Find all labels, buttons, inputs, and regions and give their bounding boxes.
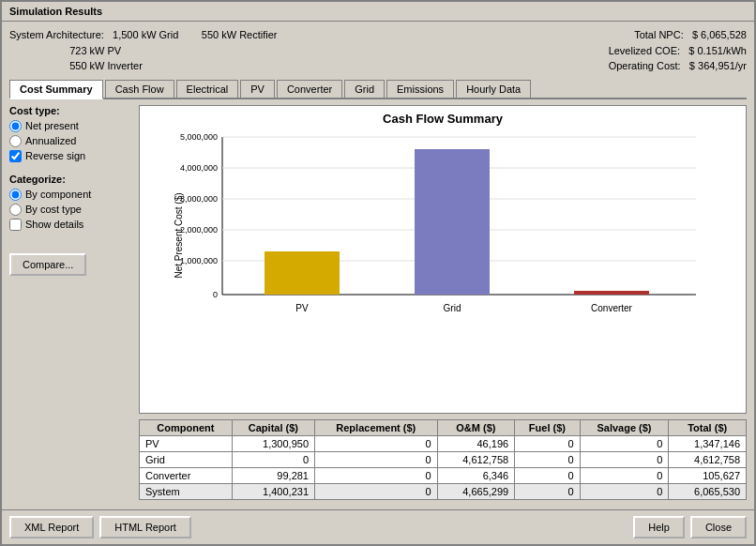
tab-electrical[interactable]: Electrical [176, 80, 239, 98]
cell-3-3: 4,665,299 [437, 484, 515, 500]
cell-3-4: 0 [515, 484, 580, 500]
content-area: System Architecture: 1,500 kW Grid 550 k… [2, 22, 754, 506]
xml-report-button[interactable]: XML Report [9, 516, 94, 538]
y-tick-4m: 4,000,000 [180, 163, 218, 173]
sys-arch-line1: 1,500 kW Grid [113, 29, 178, 40]
table-row: PV1,300,950046,196001,347,146 [140, 436, 747, 452]
col-om: O&M ($) [437, 420, 515, 436]
cell-1-5: 0 [580, 452, 669, 468]
main-window: Simulation Results System Architecture: … [0, 0, 756, 546]
left-buttons: XML Report HTML Report [9, 516, 191, 538]
chart-svg: Net Present Cost ($) 5,000,000 4,000,000 [140, 128, 746, 325]
cost-type-title: Cost type: [9, 105, 131, 116]
radio-by-component-text: By component [25, 189, 91, 200]
window-title: Simulation Results [9, 6, 102, 17]
radio-net-present-label[interactable]: Net present [9, 120, 131, 132]
categorize-group: By component By cost type Show details [9, 189, 131, 231]
y-tick-2m: 2,000,000 [180, 225, 218, 235]
sys-arch-label: System Architecture: [9, 29, 104, 40]
radio-annualized[interactable] [9, 135, 22, 147]
sys-arch-left: System Architecture: 1,500 kW Grid 550 k… [9, 27, 278, 74]
compare-button[interactable]: Compare... [9, 253, 86, 276]
cell-3-0: System [140, 484, 233, 500]
sys-arch-line4: 550 kW Inverter [69, 60, 143, 71]
levelized-coe-label: Levelized COE: [609, 45, 680, 56]
col-fuel: Fuel ($) [515, 420, 580, 436]
cell-1-3: 4,612,758 [437, 452, 515, 468]
col-component: Component [140, 420, 233, 436]
radio-net-present[interactable] [9, 120, 22, 132]
cell-2-1: 99,281 [232, 468, 314, 484]
y-tick-3m: 3,000,000 [180, 194, 218, 204]
operating-cost-value: $ 364,951/yr [689, 60, 747, 71]
y-tick-1m: 1,000,000 [180, 256, 218, 265]
checkbox-reverse-sign[interactable] [9, 150, 22, 162]
cell-2-4: 0 [515, 468, 580, 484]
bar-label-pv: PV [295, 303, 309, 313]
cell-0-1: 1,300,950 [232, 436, 314, 452]
table-body: PV1,300,950046,196001,347,146Grid004,612… [140, 436, 747, 500]
chart-area: Cash Flow Summary Net Present Cost ($) 5… [139, 105, 747, 415]
cell-3-5: 0 [580, 484, 669, 500]
tab-hourly-data[interactable]: Hourly Data [456, 80, 531, 98]
operating-cost-label: Operating Cost: [609, 60, 681, 71]
radio-by-cost-type-label[interactable]: By cost type [9, 204, 131, 216]
right-panel: Cash Flow Summary Net Present Cost ($) 5… [139, 105, 747, 501]
radio-by-cost-type-text: By cost type [25, 204, 82, 215]
tab-bar: Cost Summary Cash Flow Electrical PV Con… [9, 80, 747, 99]
tab-pv[interactable]: PV [240, 80, 275, 98]
bottom-bar: XML Report HTML Report Help Close [2, 509, 754, 544]
levelized-coe-value: $ 0.151/kWh [688, 45, 747, 56]
cell-1-2: 0 [315, 452, 438, 468]
radio-by-component[interactable] [9, 189, 22, 201]
categorize-title: Categorize: [9, 174, 131, 185]
cell-2-6: 105,627 [669, 468, 747, 484]
checkbox-reverse-sign-label[interactable]: Reverse sign [9, 150, 131, 162]
tab-cash-flow[interactable]: Cash Flow [105, 80, 174, 98]
cell-1-6: 4,612,758 [669, 452, 747, 468]
table-area: Component Capital ($) Replacement ($) O&… [139, 419, 747, 500]
system-architecture: System Architecture: 1,500 kW Grid 550 k… [9, 27, 747, 74]
cell-0-0: PV [140, 436, 233, 452]
radio-by-cost-type[interactable] [9, 204, 22, 216]
checkbox-show-details-label[interactable]: Show details [9, 219, 131, 231]
tab-cost-summary[interactable]: Cost Summary [9, 80, 103, 99]
cell-2-3: 6,346 [437, 468, 515, 484]
radio-by-component-label[interactable]: By component [9, 189, 131, 201]
cell-3-2: 0 [315, 484, 438, 500]
radio-annualized-text: Annualized [25, 135, 76, 146]
table-row: Converter99,28106,34600105,627 [140, 468, 747, 484]
sys-arch-line2: 550 kW Rectifier [202, 29, 278, 40]
cell-2-5: 0 [580, 468, 669, 484]
cell-3-1: 1,400,231 [232, 484, 314, 500]
cell-0-2: 0 [315, 436, 438, 452]
checkbox-show-details[interactable] [9, 219, 22, 231]
cell-1-0: Grid [140, 452, 233, 468]
cost-table: Component Capital ($) Replacement ($) O&… [139, 419, 747, 500]
right-buttons: Help Close [633, 516, 747, 538]
y-tick-5m: 5,000,000 [180, 132, 218, 142]
checkbox-show-details-text: Show details [25, 219, 83, 230]
radio-annualized-label[interactable]: Annualized [9, 135, 131, 147]
tab-grid[interactable]: Grid [344, 80, 385, 98]
y-tick-0: 0 [213, 290, 218, 299]
close-button[interactable]: Close [690, 516, 747, 538]
cell-3-6: 6,065,530 [669, 484, 747, 500]
bar-converter [574, 291, 649, 295]
chart-title: Cash Flow Summary [140, 106, 746, 128]
bar-label-converter: Converter [591, 303, 633, 313]
html-report-button[interactable]: HTML Report [99, 516, 191, 538]
table-row: Grid004,612,758004,612,758 [140, 452, 747, 468]
table-row: System1,400,23104,665,299006,065,530 [140, 484, 747, 500]
title-bar: Simulation Results [2, 2, 754, 22]
cell-1-1: 0 [232, 452, 314, 468]
col-capital: Capital ($) [232, 420, 314, 436]
help-button[interactable]: Help [633, 516, 685, 538]
tab-emissions[interactable]: Emissions [386, 80, 454, 98]
sys-arch-line3: 723 kW PV [69, 45, 121, 56]
radio-net-present-text: Net present [25, 120, 79, 131]
col-total: Total ($) [669, 420, 747, 436]
total-npc-label: Total NPC: [634, 29, 684, 40]
tab-converter[interactable]: Converter [277, 80, 342, 98]
bar-label-grid: Grid [444, 303, 461, 313]
